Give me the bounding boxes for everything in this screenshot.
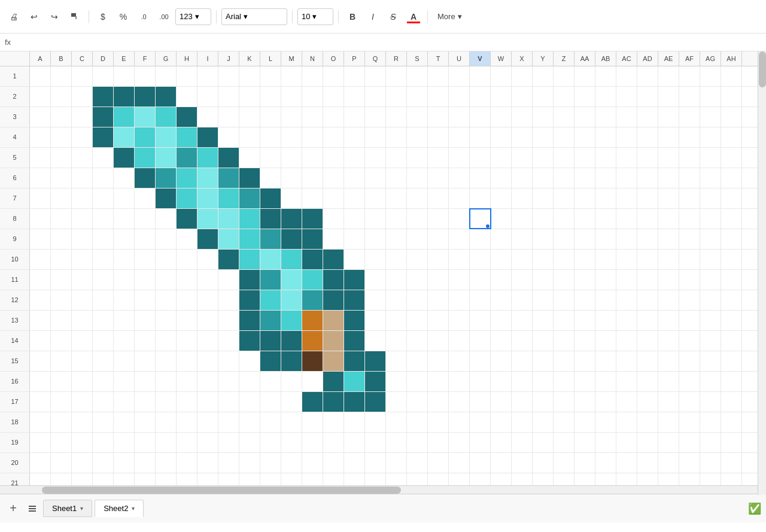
cell-A2[interactable]	[30, 87, 51, 107]
cell-K8[interactable]	[239, 209, 260, 229]
bold-button[interactable]: B	[344, 8, 361, 26]
cell-AG17[interactable]	[700, 392, 721, 412]
cell-AA15[interactable]	[574, 351, 595, 371]
cell-G16[interactable]	[156, 372, 177, 391]
cell-R8[interactable]	[386, 209, 407, 229]
cell-J18[interactable]	[218, 412, 239, 432]
cell-F3[interactable]	[135, 107, 156, 127]
cell-AG14[interactable]	[700, 331, 721, 351]
cell-H10[interactable]	[177, 250, 197, 269]
cell-AG18[interactable]	[700, 412, 721, 432]
cell-X21[interactable]	[512, 473, 533, 485]
cell-K19[interactable]	[239, 433, 260, 452]
cell-AH6[interactable]	[721, 168, 742, 188]
cell-T14[interactable]	[428, 331, 449, 351]
cell-N8[interactable]	[302, 209, 323, 229]
cell-I19[interactable]	[197, 433, 218, 452]
cell-I3[interactable]	[197, 107, 218, 127]
cell-J4[interactable]	[218, 127, 239, 147]
cell-O2[interactable]	[323, 87, 344, 107]
cell-H16[interactable]	[177, 372, 197, 391]
cell-M4[interactable]	[281, 127, 302, 147]
cell-W13[interactable]	[491, 311, 512, 330]
col-header-V[interactable]: V	[470, 51, 491, 66]
cell-U14[interactable]	[449, 331, 470, 351]
cell-U17[interactable]	[449, 392, 470, 412]
cell-H7[interactable]	[177, 189, 197, 208]
cell-N21[interactable]	[302, 473, 323, 485]
cell-Q19[interactable]	[365, 433, 386, 452]
cell-AF2[interactable]	[679, 87, 700, 107]
cell-V10[interactable]	[470, 250, 491, 269]
cell-AB2[interactable]	[595, 87, 616, 107]
cell-G12[interactable]	[156, 290, 177, 310]
cell-AB17[interactable]	[595, 392, 616, 412]
cell-G21[interactable]	[156, 473, 177, 485]
cell-U6[interactable]	[449, 168, 470, 188]
sheet-list-button[interactable]	[24, 500, 41, 517]
cell-X18[interactable]	[512, 412, 533, 432]
cell-Z7[interactable]	[554, 189, 574, 208]
cell-S3[interactable]	[407, 107, 428, 127]
cell-C13[interactable]	[72, 311, 93, 330]
cell-AF9[interactable]	[679, 229, 700, 249]
cell-AE6[interactable]	[658, 168, 679, 188]
cell-AD12[interactable]	[637, 290, 658, 310]
cell-F12[interactable]	[135, 290, 156, 310]
cell-N17[interactable]	[302, 392, 323, 412]
col-header-K[interactable]: K	[239, 51, 260, 66]
cell-P7[interactable]	[344, 189, 365, 208]
cell-V1[interactable]	[470, 66, 491, 86]
cell-J13[interactable]	[218, 311, 239, 330]
cell-Q15[interactable]	[365, 351, 386, 371]
cell-G4[interactable]	[156, 127, 177, 147]
cell-Q5[interactable]	[365, 148, 386, 168]
cell-R21[interactable]	[386, 473, 407, 485]
cell-AF18[interactable]	[679, 412, 700, 432]
cell-B11[interactable]	[51, 270, 72, 290]
cell-K17[interactable]	[239, 392, 260, 412]
cell-N14[interactable]	[302, 331, 323, 351]
cell-O21[interactable]	[323, 473, 344, 485]
cell-W19[interactable]	[491, 433, 512, 452]
cell-AC4[interactable]	[616, 127, 637, 147]
cell-V8[interactable]	[470, 209, 491, 229]
cell-J10[interactable]	[218, 250, 239, 269]
currency-button[interactable]: $	[94, 8, 112, 26]
cell-B4[interactable]	[51, 127, 72, 147]
paint-format-button[interactable]	[66, 8, 84, 26]
row-number-13[interactable]: 13	[0, 311, 30, 330]
cell-N3[interactable]	[302, 107, 323, 127]
cell-K21[interactable]	[239, 473, 260, 485]
cell-AB21[interactable]	[595, 473, 616, 485]
cell-AG21[interactable]	[700, 473, 721, 485]
cell-L9[interactable]	[260, 229, 281, 249]
col-header-F[interactable]: F	[135, 51, 156, 66]
cell-X16[interactable]	[512, 372, 533, 391]
cell-I21[interactable]	[197, 473, 218, 485]
cell-AF7[interactable]	[679, 189, 700, 208]
cell-AA6[interactable]	[574, 168, 595, 188]
cell-G10[interactable]	[156, 250, 177, 269]
cell-AF14[interactable]	[679, 331, 700, 351]
cell-M13[interactable]	[281, 311, 302, 330]
cell-G6[interactable]	[156, 168, 177, 188]
cell-W17[interactable]	[491, 392, 512, 412]
cell-O8[interactable]	[323, 209, 344, 229]
cell-F19[interactable]	[135, 433, 156, 452]
number-format-dropdown[interactable]: 123 ▾	[175, 8, 211, 25]
cell-W6[interactable]	[491, 168, 512, 188]
cell-Q14[interactable]	[365, 331, 386, 351]
cell-E2[interactable]	[114, 87, 135, 107]
cell-S21[interactable]	[407, 473, 428, 485]
cell-AE2[interactable]	[658, 87, 679, 107]
cell-B13[interactable]	[51, 311, 72, 330]
cell-K16[interactable]	[239, 372, 260, 391]
cell-G7[interactable]	[156, 189, 177, 208]
cell-X13[interactable]	[512, 311, 533, 330]
cell-AG11[interactable]	[700, 270, 721, 290]
cell-Q8[interactable]	[365, 209, 386, 229]
cell-E10[interactable]	[114, 250, 135, 269]
cell-N10[interactable]	[302, 250, 323, 269]
cell-D9[interactable]	[93, 229, 114, 249]
